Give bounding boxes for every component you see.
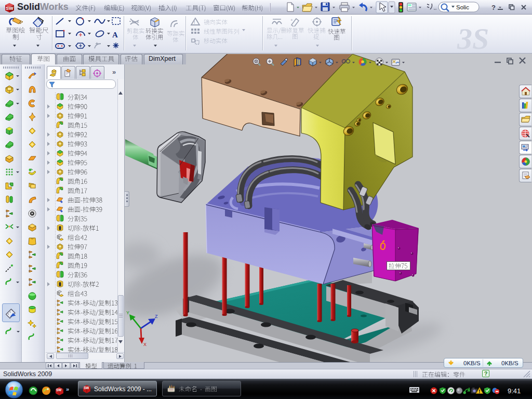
svg-text:!: !: [194, 20, 195, 25]
svg-text:?: ?: [491, 4, 496, 11]
svg-text:A: A: [112, 31, 118, 39]
svg-text:X: X: [143, 342, 147, 347]
svg-text:»: »: [66, 386, 69, 392]
svg-text:SW: SW: [84, 386, 89, 390]
svg-text:SW: SW: [56, 388, 62, 392]
svg-text:3S: 3S: [457, 22, 489, 53]
svg-text:Z: Z: [155, 314, 158, 319]
svg-text:SW: SW: [6, 6, 14, 11]
svg-text:+: +: [290, 18, 293, 22]
svg-text:Solic: Solic: [456, 4, 469, 10]
svg-text:Y: Y: [126, 310, 129, 315]
